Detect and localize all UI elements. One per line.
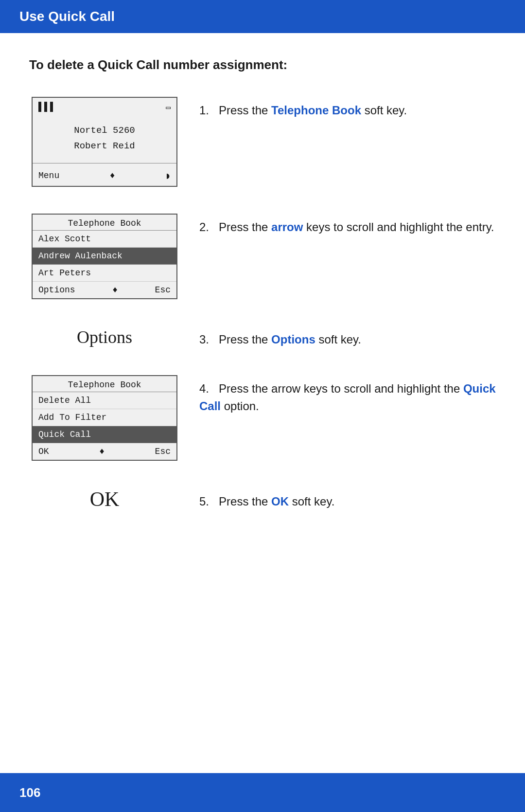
arrow-link: arrow — [271, 220, 303, 234]
header-bar: Use Quick Call — [0, 0, 525, 33]
ok-link: OK — [271, 495, 289, 508]
options-link: Options — [271, 333, 315, 346]
step-4-number: 4. — [199, 382, 215, 395]
step-4-row: Telephone Book Delete All Add To Filter … — [29, 375, 496, 461]
nortel-line1: Nortel 5260 — [38, 123, 171, 138]
screen3-bottom: OK ♦ Esc — [33, 443, 176, 460]
screen3-item-quick-call: Quick Call — [33, 426, 176, 443]
ok-soft-key: OK — [38, 447, 49, 456]
step-4-instruction: 4. Press the arrow keys to scroll and hi… — [199, 380, 496, 415]
step-5-suffix: soft key. — [289, 495, 334, 508]
step-5-row: OK 5. Press the OK soft key. — [29, 487, 496, 511]
nortel-screen: ▌▌▌ ▭ Nortel 5260 Robert Reid Menu ♦ ◗ — [32, 97, 177, 187]
nav-icon: ♦ — [110, 171, 115, 180]
telephone-book-options-screen: Telephone Book Delete All Add To Filter … — [32, 375, 177, 461]
step-3-number: 3. — [199, 333, 215, 346]
main-content: To delete a Quick Call number assignment… — [0, 33, 525, 577]
step-4-right: 4. Press the arrow keys to scroll and hi… — [199, 375, 496, 415]
step-3-suffix: soft key. — [315, 333, 361, 346]
options-soft-key: Options — [38, 285, 75, 295]
screen1-divider — [33, 163, 176, 163]
step-1-prefix: Press the — [219, 104, 271, 117]
battery-icon: ▭ — [166, 103, 171, 112]
step-1-left: ▌▌▌ ▭ Nortel 5260 Robert Reid Menu ♦ ◗ — [29, 97, 180, 187]
page-number: 106 — [19, 785, 40, 800]
header-title: Use Quick Call — [19, 9, 115, 24]
step-2-right: 2. Press the arrow keys to scroll and hi… — [199, 214, 496, 236]
ok-label: OK — [29, 487, 180, 511]
step-1-instruction: 1. Press the Telephone Book soft key. — [199, 102, 496, 119]
step-5-prefix: Press the — [219, 495, 271, 508]
step-3-left: Options — [29, 327, 180, 347]
step-1-row: ▌▌▌ ▭ Nortel 5260 Robert Reid Menu ♦ ◗ 1… — [29, 97, 496, 187]
screen2-bottom: Options ♦ Esc — [33, 282, 176, 298]
section-title: To delete a Quick Call number assignment… — [29, 57, 496, 72]
nortel-line2: Robert Reid — [38, 138, 171, 154]
screen2-nav-icon: ♦ — [112, 285, 118, 295]
screen2-item-art: Art Peters — [33, 265, 176, 282]
speaker-icon: ◗ — [165, 170, 171, 181]
menu-label: Menu — [38, 171, 59, 180]
screen3-item-delete: Delete All — [33, 392, 176, 409]
step-1-number: 1. — [199, 104, 215, 117]
step-3-instruction: 3. Press the Options soft key. — [199, 331, 496, 348]
screen1-bottom: Menu ♦ ◗ — [33, 166, 176, 186]
screen2-title: Telephone Book — [33, 215, 176, 231]
footer: 106 — [0, 773, 525, 812]
step-2-row: Telephone Book Alex Scott Andrew Aulenba… — [29, 214, 496, 299]
step-5-instruction: 5. Press the OK soft key. — [199, 493, 496, 510]
signal-icon: ▌▌▌ — [38, 102, 56, 113]
step-2-instruction: 2. Press the arrow keys to scroll and hi… — [199, 218, 496, 236]
step-5-left: OK — [29, 487, 180, 511]
step-2-left: Telephone Book Alex Scott Andrew Aulenba… — [29, 214, 180, 299]
screen3-title: Telephone Book — [33, 376, 176, 392]
options-label: Options — [29, 327, 180, 347]
telephone-book-link: Telephone Book — [271, 104, 361, 117]
screen3-nav-icon: ♦ — [99, 447, 105, 456]
step-5-right: 5. Press the OK soft key. — [199, 488, 496, 510]
screen2-item-alex: Alex Scott — [33, 231, 176, 248]
step-4-left: Telephone Book Delete All Add To Filter … — [29, 375, 180, 461]
step-2-suffix: keys to scroll and highlight the entry. — [303, 220, 494, 234]
screen3-item-add-filter: Add To Filter — [33, 409, 176, 426]
screen2-item-andrew: Andrew Aulenback — [33, 248, 176, 265]
screen1-top: ▌▌▌ ▭ — [33, 98, 176, 115]
esc-soft-key: Esc — [155, 285, 171, 295]
step-3-right: 3. Press the Options soft key. — [199, 326, 496, 348]
step-3-row: Options 3. Press the Options soft key. — [29, 326, 496, 348]
step-2-prefix: Press the — [219, 220, 271, 234]
telephone-book-screen: Telephone Book Alex Scott Andrew Aulenba… — [32, 214, 177, 299]
step-5-number: 5. — [199, 495, 215, 508]
step-1-suffix: soft key. — [361, 104, 407, 117]
screen1-main: Nortel 5260 Robert Reid — [33, 115, 176, 160]
step-4-prefix: Press the arrow keys to scroll and highl… — [219, 382, 463, 395]
step-3-prefix: Press the — [219, 333, 271, 346]
screen3-esc-soft-key: Esc — [155, 447, 171, 456]
step-2-number: 2. — [199, 220, 215, 234]
step-4-suffix: option. — [221, 399, 259, 413]
step-1-right: 1. Press the Telephone Book soft key. — [199, 97, 496, 119]
